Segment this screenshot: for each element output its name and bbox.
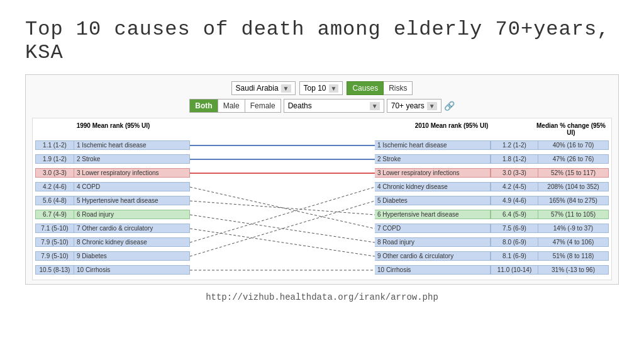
pct-change: 208% (104 to 352) [538,182,609,191]
table-row: 1.1 (1-2) 1 Ischemic heart disease 1 Isc… [35,139,609,151]
controls-row1: Saudi Arabia ▼ Top 10 ▼ Causes Risks [32,81,612,95]
right-rank: 3.0 (3-3) [491,168,538,178]
pct-change: 31% (-13 to 96) [538,265,609,275]
table-row: 10.5 (8-13) 10 Cirrhosis 10 Cirrhosis 11… [35,263,609,276]
right-cause: 4 Chronic kidney disease [375,182,491,191]
left-cause: 9 Diabetes [74,251,190,261]
age-arrow: ▼ [427,102,437,110]
right-rank: 4.2 (4-5) [491,182,538,191]
left-rank: 5.6 (4-8) [35,196,74,205]
left-rank: 6.7 (4-9) [35,210,74,219]
table-row: 3.0 (3-3) 3 Lower respiratory infections… [35,166,609,179]
table-row: 7.9 (5-10) 9 Diabetes 9 Other cardio & c… [35,249,609,262]
male-button[interactable]: Male [218,100,245,112]
causes-risks-group: Causes Risks [347,81,413,95]
chart-header: 1990 Mean rank (95% UI) 2010 Mean rank (… [35,122,609,136]
right-cause: 7 COPD [375,224,491,233]
left-cause: 1 Ischemic heart disease [74,140,190,150]
left-rank: 4.2 (4-6) [35,182,74,191]
pct-change: 40% (16 to 70) [538,140,609,150]
header-right: 2010 Mean rank (95% UI) [370,122,533,136]
table-row: 7.9 (5-10) 8 Chronic kidney disease 8 Ro… [35,236,609,248]
left-cause: 10 Cirrhosis [74,265,190,275]
header-pct: Median % change (95% UI) [533,122,609,136]
chart-area: 1990 Mean rank (95% UI) 2010 Mean rank (… [32,118,612,280]
topn-dropdown[interactable]: Top 10 ▼ [299,81,343,95]
page-title: Top 10 causes of death among elderly 70+… [0,0,644,74]
right-cause: 3 Lower respiratory infections [375,168,491,178]
footer-url: http://vizhub.healthdata.org/irank/arrow… [0,292,644,302]
left-rank: 1.9 (1-2) [35,154,74,164]
right-rank: 7.5 (6-9) [491,224,538,233]
left-cause: 7 Other cardio & circulatory [74,224,190,233]
right-rank: 6.4 (5-9) [491,210,538,219]
left-rank: 7.1 (5-10) [35,224,74,233]
left-cause: 5 Hypertensive heart disease [74,196,190,205]
pct-change: 165% (84 to 275) [538,196,609,205]
left-cause: 3 Lower respiratory infections [74,168,190,178]
right-rank: 8.1 (6-9) [491,251,538,261]
left-rank: 3.0 (3-3) [35,168,74,178]
left-cause: 6 Road injury [74,210,190,219]
metric-arrow: ▼ [370,102,380,110]
gender-group: Both Male Female [189,99,280,113]
right-rank: 1.8 (1-2) [491,154,538,164]
pct-change: 52% (15 to 117) [538,168,609,178]
right-rank: 1.2 (1-2) [491,140,538,150]
main-container: Saudi Arabia ▼ Top 10 ▼ Causes Risks Bot… [25,74,619,285]
both-button[interactable]: Both [190,100,217,112]
right-rank: 11.0 (10-14) [491,265,538,275]
pct-change: 57% (11 to 105) [538,210,609,219]
age-dropdown[interactable]: 70+ years ▼ [387,99,441,113]
left-rank: 7.9 (5-10) [35,251,74,261]
right-cause: 9 Other cardio & circulatory [375,251,491,261]
age-value: 70+ years [391,101,425,110]
female-button[interactable]: Female [245,100,280,112]
right-cause: 1 Ischemic heart disease [375,140,491,150]
metric-dropdown[interactable]: Deaths ▼ [284,99,384,113]
causes-button[interactable]: Causes [347,81,384,95]
right-rank: 8.0 (6-9) [491,237,538,247]
link-icon[interactable]: 🔗 [444,101,455,111]
header-left: 1990 Mean rank (95% UI) [35,122,191,136]
pct-change: 51% (8 to 118) [538,251,609,261]
left-cause: 8 Chronic kidney disease [74,237,190,247]
pct-change: 47% (26 to 76) [538,154,609,164]
table-row: 4.2 (4-6) 4 COPD 4 Chronic kidney diseas… [35,180,609,193]
risks-button[interactable]: Risks [384,81,413,95]
right-cause: 2 Stroke [375,154,491,164]
country-arrow: ▼ [281,84,291,93]
left-rank: 10.5 (8-13) [35,265,74,275]
table-row: 6.7 (4-9) 6 Road injury 6 Hypertensive h… [35,208,609,220]
left-cause: 4 COPD [74,182,190,191]
right-rank: 4.9 (4-6) [491,196,538,205]
right-cause: 8 Road injury [375,237,491,247]
pct-change: 14% (-9 to 37) [538,224,609,233]
topn-arrow: ▼ [329,84,339,93]
left-rank: 7.9 (5-10) [35,237,74,247]
right-cause: 6 Hypertensive heart disease [375,210,491,219]
country-value: Saudi Arabia [236,84,279,93]
metric-value: Deaths [288,101,312,110]
right-cause: 5 Diabetes [375,196,491,205]
table-row: 1.9 (1-2) 2 Stroke 2 Stroke 1.8 (1-2) 47… [35,152,609,165]
header-center [191,122,370,136]
rows-container: 1.1 (1-2) 1 Ischemic heart disease 1 Isc… [35,139,609,276]
topn-value: Top 10 [304,84,326,93]
country-dropdown[interactable]: Saudi Arabia ▼ [231,81,296,95]
table-row: 7.1 (5-10) 7 Other cardio & circulatory … [35,222,609,234]
pct-change: 47% (4 to 106) [538,237,609,247]
left-cause: 2 Stroke [74,154,190,164]
left-rank: 1.1 (1-2) [35,140,74,150]
right-cause: 10 Cirrhosis [375,265,491,275]
controls-row2: Both Male Female Deaths ▼ 70+ years ▼ 🔗 [32,99,612,113]
table-row: 5.6 (4-8) 5 Hypertensive heart disease 5… [35,194,609,207]
